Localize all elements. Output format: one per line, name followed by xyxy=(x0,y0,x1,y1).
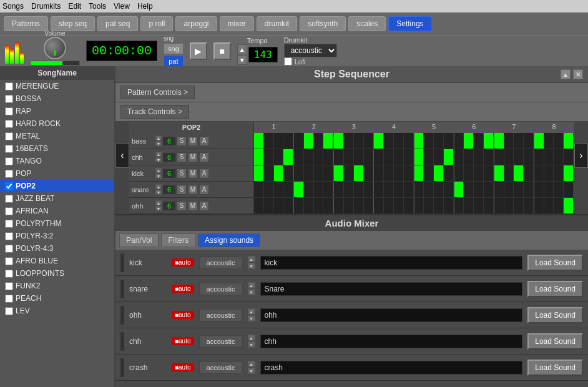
step-cell-bass-10[interactable] xyxy=(354,133,364,149)
navtab-arpeggi[interactable]: arpeggi xyxy=(175,16,217,31)
step-cell-kick-17[interactable] xyxy=(424,165,434,181)
grid-prev-btn[interactable]: ‹ xyxy=(115,143,129,168)
step-cell-ohh-27[interactable] xyxy=(524,198,534,213)
lofi-checkbox[interactable] xyxy=(284,57,292,66)
track-vol-up-kick[interactable]: ▲ xyxy=(155,168,162,173)
step-cell-bass-30[interactable] xyxy=(554,133,564,149)
step-cell-bass-21[interactable] xyxy=(464,133,474,149)
step-cell-snare-26[interactable] xyxy=(514,182,524,197)
step-cell-chh-14[interactable] xyxy=(394,149,404,165)
step-cell-snare-10[interactable] xyxy=(354,182,364,197)
song-item-afro-blue[interactable]: AFRO BLUE xyxy=(0,255,114,267)
step-cell-snare-13[interactable] xyxy=(384,182,394,197)
step-cell-chh-29[interactable] xyxy=(544,149,554,165)
step-cell-ohh-4[interactable] xyxy=(294,198,304,213)
step-cell-ohh-20[interactable] xyxy=(454,198,464,213)
step-cell-chh-23[interactable] xyxy=(484,149,494,165)
tempo-up[interactable]: ▲ xyxy=(237,44,247,54)
step-cell-chh-10[interactable] xyxy=(354,149,364,165)
step-cell-chh-11[interactable] xyxy=(364,149,374,165)
pattern-controls-btn[interactable]: Pattern Controls > xyxy=(120,86,195,99)
step-cell-kick-11[interactable] xyxy=(364,165,374,181)
step-cell-bass-18[interactable] xyxy=(434,133,444,149)
navtab-settings[interactable]: Settings xyxy=(388,16,431,31)
step-cell-snare-27[interactable] xyxy=(524,182,534,197)
step-cell-kick-7[interactable] xyxy=(323,165,333,181)
step-cell-kick-13[interactable] xyxy=(384,165,394,181)
mixer-sound-up-snare[interactable]: ▲ xyxy=(248,282,255,288)
step-cell-bass-0[interactable] xyxy=(254,133,264,149)
step-cell-bass-23[interactable] xyxy=(484,133,494,149)
mixer-sound-down-snare[interactable]: ▼ xyxy=(248,289,255,295)
pat-button[interactable]: pat xyxy=(164,56,184,67)
step-cell-bass-20[interactable] xyxy=(454,133,464,149)
song-item-jazz-beat[interactable]: JAZZ BEAT xyxy=(0,192,114,205)
step-cell-ohh-12[interactable] xyxy=(374,198,384,213)
song-checkbox-10[interactable] xyxy=(5,207,13,215)
mixer-auto-kick[interactable]: ■auto xyxy=(172,258,194,267)
step-cell-snare-6[interactable] xyxy=(314,182,324,197)
song-item-looppoints[interactable]: LOOPPOINTS xyxy=(0,267,114,280)
load-sound-btn-chh[interactable]: Load Sound xyxy=(527,333,583,350)
track-s-btn-bass[interactable]: S xyxy=(177,136,187,146)
volume-knob[interactable] xyxy=(44,37,66,59)
step-cell-ohh-15[interactable] xyxy=(404,198,414,213)
step-cell-snare-30[interactable] xyxy=(554,182,564,197)
step-cell-bass-31[interactable] xyxy=(564,133,574,149)
mixer-sound-down-crash[interactable]: ▼ xyxy=(248,368,255,374)
song-checkbox-8[interactable] xyxy=(5,182,13,190)
track-vol-up-bass[interactable]: ▲ xyxy=(155,135,162,140)
step-cell-chh-4[interactable] xyxy=(294,149,304,165)
step-cell-kick-5[interactable] xyxy=(304,165,314,181)
song-item-hard-rock[interactable]: HARD ROCK xyxy=(0,117,114,130)
step-cell-chh-1[interactable] xyxy=(264,149,274,165)
step-cell-ohh-30[interactable] xyxy=(554,198,564,213)
step-cell-snare-20[interactable] xyxy=(454,182,464,197)
navtab-p-roll[interactable]: p roll xyxy=(140,16,173,31)
step-cell-snare-28[interactable] xyxy=(534,182,544,197)
track-s-btn-ohh[interactable]: S xyxy=(177,201,187,211)
step-cell-bass-9[interactable] xyxy=(344,133,354,149)
step-cell-ohh-22[interactable] xyxy=(474,198,484,213)
step-cell-snare-9[interactable] xyxy=(344,182,354,197)
song-checkbox-12[interactable] xyxy=(5,232,13,240)
step-cell-bass-8[interactable] xyxy=(334,133,344,149)
step-cell-kick-8[interactable] xyxy=(334,165,344,181)
mixer-tab-pan/vol[interactable]: Pan/Vol xyxy=(119,233,159,247)
step-cell-bass-6[interactable] xyxy=(314,133,324,149)
step-cell-ohh-23[interactable] xyxy=(484,198,494,213)
step-cell-chh-31[interactable] xyxy=(564,149,574,165)
step-cell-kick-16[interactable] xyxy=(414,165,424,181)
step-cell-snare-4[interactable] xyxy=(294,182,304,197)
step-cell-ohh-1[interactable] xyxy=(264,198,274,213)
step-cell-snare-2[interactable] xyxy=(274,182,284,197)
step-cell-ohh-29[interactable] xyxy=(544,198,554,213)
song-checkbox-6[interactable] xyxy=(5,157,13,165)
step-cell-chh-21[interactable] xyxy=(464,149,474,165)
step-cell-kick-31[interactable] xyxy=(564,165,574,181)
step-cell-chh-9[interactable] xyxy=(344,149,354,165)
load-sound-btn-kick[interactable]: Load Sound xyxy=(527,255,583,271)
step-cell-chh-13[interactable] xyxy=(384,149,394,165)
step-cell-ohh-7[interactable] xyxy=(323,198,333,213)
menu-view[interactable]: View xyxy=(114,2,130,11)
track-s-btn-snare[interactable]: S xyxy=(177,185,187,195)
song-item-polyr-3-2[interactable]: POLYR-3:2 xyxy=(0,230,114,242)
mixer-sound-up-crash[interactable]: ▲ xyxy=(248,361,255,367)
sng-button[interactable]: sng xyxy=(164,43,184,54)
step-cell-chh-3[interactable] xyxy=(283,149,293,165)
track-controls-btn[interactable]: Track Controls > xyxy=(120,105,189,119)
step-cell-chh-27[interactable] xyxy=(524,149,534,165)
mixer-sound-up-chh[interactable]: ▲ xyxy=(248,335,255,341)
step-cell-chh-25[interactable] xyxy=(504,149,514,165)
step-cell-chh-28[interactable] xyxy=(534,149,544,165)
step-cell-ohh-9[interactable] xyxy=(344,198,354,213)
song-checkbox-0[interactable] xyxy=(5,82,13,91)
step-cell-bass-29[interactable] xyxy=(544,133,554,149)
navtab-patterns[interactable]: Patterns xyxy=(4,16,48,31)
step-cell-bass-25[interactable] xyxy=(504,133,514,149)
mixer-auto-ohh[interactable]: ■auto xyxy=(172,311,194,319)
song-item-tango[interactable]: TANGO xyxy=(0,155,114,167)
step-cell-bass-2[interactable] xyxy=(274,133,284,149)
step-cell-snare-22[interactable] xyxy=(474,182,484,197)
